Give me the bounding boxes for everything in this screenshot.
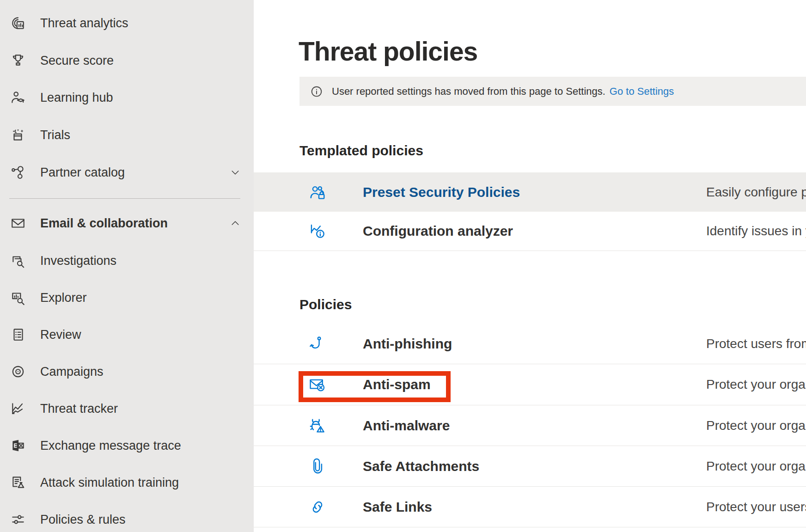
sidebar-item-secure-score[interactable]: Secure score	[0, 42, 254, 79]
policy-row-anti-spam[interactable]: Anti-spam Protect your organiz	[254, 364, 806, 405]
banner-message: User reported settings has moved from th…	[332, 86, 605, 98]
info-icon	[310, 85, 324, 98]
row-description: Protect users from p	[706, 336, 806, 351]
chevron-down-icon[interactable]	[230, 167, 241, 178]
sidebar-item-review[interactable]: Review	[0, 316, 254, 353]
row-label: Safe Links	[363, 499, 432, 515]
attack-simulation-training-icon	[10, 475, 26, 490]
sidebar-item-policies-rules[interactable]: Policies & rules	[0, 501, 254, 532]
sidebar-item-partner-catalog[interactable]: Partner catalog	[0, 154, 254, 191]
section-heading-policies: Policies	[299, 297, 352, 312]
sidebar-item-label: Exchange message trace	[40, 439, 181, 453]
policy-row-safe-attachments[interactable]: Safe Attachments Protect your organiz	[254, 446, 806, 487]
safe-attachments-icon	[309, 458, 326, 475]
sidebar-item-label: Trials	[40, 128, 70, 142]
sidebar-item-campaigns[interactable]: Campaigns	[0, 353, 254, 390]
sidebar-item-attack-simulation-training[interactable]: Attack simulation training	[0, 464, 254, 501]
preset-security-policies-link[interactable]: Preset Security Policies	[363, 184, 520, 200]
sidebar-item-exchange-message-trace[interactable]: Exchange message trace	[0, 427, 254, 464]
anti-spam-icon	[309, 376, 326, 393]
sidebar-item-label: Attack simulation training	[40, 476, 179, 490]
row-label: Configuration analyzer	[363, 223, 513, 239]
sidebar-item-email-collaboration[interactable]: Email & collaboration	[0, 205, 254, 242]
sidebar-item-label: Threat analytics	[40, 16, 128, 31]
partner-catalog-icon	[10, 165, 26, 180]
sidebar-item-trials[interactable]: Trials	[0, 116, 254, 153]
sidebar-item-label: Investigations	[40, 254, 116, 268]
sidebar-item-label: Learning hub	[40, 91, 113, 105]
safe-links-icon	[309, 498, 326, 516]
row-label: Anti-phishing	[363, 336, 452, 352]
secure-score-icon	[10, 53, 26, 68]
policy-row-anti-malware[interactable]: Anti-malware Protect your organiz	[254, 405, 806, 446]
row-description: Protect your organiz	[706, 377, 806, 392]
anti-malware-icon	[309, 417, 326, 434]
row-label: Safe Attachments	[363, 459, 479, 474]
threat-analytics-icon	[10, 15, 26, 31]
sidebar-item-label: Partner catalog	[40, 165, 125, 180]
explorer-icon	[10, 290, 26, 306]
sidebar-item-label: Threat tracker	[40, 402, 118, 416]
go-to-settings-link[interactable]: Go to Settings	[610, 86, 674, 98]
sidebar-item-label: Email & collaboration	[40, 216, 168, 231]
policy-row-preset-security-policies[interactable]: Preset Security Policies Easily configur…	[254, 172, 806, 212]
anti-phishing-icon	[309, 335, 326, 353]
campaigns-icon	[10, 364, 26, 379]
sidebar-item-learning-hub[interactable]: Learning hub	[0, 79, 254, 116]
row-description: Identify issues in you	[706, 224, 806, 238]
row-label: Anti-spam	[363, 377, 431, 392]
chevron-up-icon[interactable]	[230, 218, 241, 229]
row-label: Anti-malware	[363, 418, 450, 434]
row-description: Protect your organiz	[706, 459, 806, 474]
row-description: Protect your users fr	[706, 500, 806, 514]
policy-row-anti-phishing[interactable]: Anti-phishing Protect users from p	[254, 324, 806, 364]
sidebar-item-label: Explorer	[40, 291, 87, 305]
threat-policies-page: Threat analytics Secure score Learning h…	[0, 0, 806, 532]
sidebar-item-explorer[interactable]: Explorer	[0, 279, 254, 316]
sidebar-item-label: Review	[40, 328, 81, 342]
learning-hub-icon	[10, 90, 26, 105]
investigations-icon	[10, 253, 26, 269]
exchange-message-trace-icon	[10, 438, 26, 453]
configuration-analyzer-icon	[309, 222, 326, 240]
review-icon	[10, 327, 26, 342]
section-heading-templated-policies: Templated policies	[299, 143, 423, 159]
sidebar-item-label: Campaigns	[40, 365, 104, 379]
trials-icon	[10, 127, 26, 143]
sidebar-divider	[9, 198, 240, 199]
email-collaboration-icon	[10, 215, 26, 231]
policy-row-safe-links[interactable]: Safe Links Protect your users fr	[254, 487, 806, 527]
preset-security-policies-icon	[309, 183, 326, 201]
policy-row-configuration-analyzer[interactable]: Configuration analyzer Identify issues i…	[254, 212, 806, 251]
row-description: Protect your organiz	[706, 418, 806, 433]
threat-tracker-icon	[10, 401, 26, 416]
sidebar-item-investigations[interactable]: Investigations	[0, 242, 254, 279]
sidebar-item-threat-tracker[interactable]: Threat tracker	[0, 390, 254, 427]
main-content: Threat policies User reported settings h…	[254, 0, 806, 532]
sidebar-item-label: Policies & rules	[40, 513, 126, 527]
page-title: Threat policies	[299, 36, 477, 67]
sidebar: Threat analytics Secure score Learning h…	[0, 0, 254, 532]
info-banner: User reported settings has moved from th…	[299, 77, 806, 106]
policies-rules-icon	[10, 512, 26, 527]
sidebar-item-label: Secure score	[40, 54, 114, 68]
row-description: Easily configure prot	[706, 185, 806, 200]
sidebar-item-threat-analytics[interactable]: Threat analytics	[0, 5, 254, 42]
